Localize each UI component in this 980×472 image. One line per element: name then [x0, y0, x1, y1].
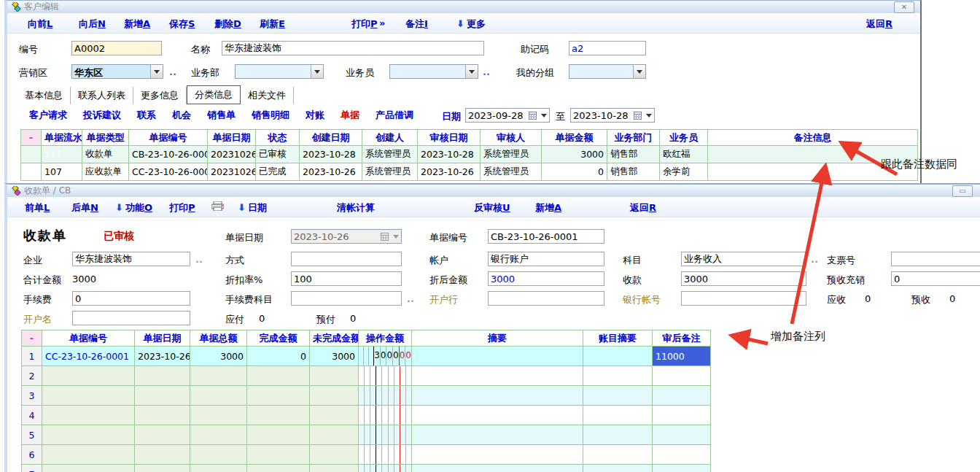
column-header[interactable]: 备注信息 [708, 130, 918, 146]
name-input[interactable] [222, 41, 484, 55]
grid-cell[interactable] [310, 366, 359, 386]
column-header[interactable]: - [22, 330, 42, 347]
grid-row[interactable]: 1CC-23-10-26-00012023-10-263000030003000… [22, 347, 711, 366]
unaudit-button[interactable]: 反审核U [474, 201, 510, 214]
table-cell[interactable]: 2023-10-28 [418, 146, 481, 163]
table-cell[interactable]: 应收款单 [82, 163, 129, 181]
table-cell[interactable]: 系统管理员 [481, 146, 542, 163]
row-number-cell[interactable]: 2 [22, 366, 42, 386]
grid-cell[interactable] [190, 465, 247, 472]
table-cell[interactable]: 收款单 [82, 146, 129, 163]
receive-input[interactable] [681, 271, 806, 286]
summary-cell[interactable] [412, 366, 583, 386]
advance-writeoff-input[interactable] [891, 271, 980, 286]
grid-cell[interactable] [190, 425, 247, 445]
doc-no-input[interactable] [488, 229, 604, 244]
grid-cell[interactable]: 3000 [190, 347, 247, 366]
link-销售明细[interactable]: 销售明细 [252, 109, 289, 122]
chevron-down-icon[interactable] [150, 65, 163, 78]
next-doc-button[interactable]: 后单N [71, 201, 98, 214]
chevron-down-icon[interactable] [644, 109, 654, 122]
my-group-combo[interactable] [569, 64, 646, 79]
column-header[interactable]: 审后备注 [653, 330, 711, 347]
grid-row[interactable]: 3 [22, 386, 711, 406]
tab-基本信息[interactable]: 基本信息 [18, 87, 71, 104]
summary-cell[interactable] [412, 445, 583, 465]
link-客户请求[interactable]: 客户请求 [29, 109, 67, 122]
audit-note-cell[interactable] [653, 406, 711, 425]
return-button[interactable]: 返回R [630, 201, 656, 214]
grid-cell[interactable] [42, 366, 135, 386]
column-header[interactable]: 单据类型 [82, 130, 129, 146]
audit-note-cell[interactable]: 11000 [653, 347, 711, 366]
tab-联系人列表[interactable]: 联系人列表 [71, 87, 133, 104]
table-cell[interactable]: 系统管理员 [481, 163, 542, 181]
audit-note-cell[interactable] [653, 465, 711, 472]
more-button[interactable]: ⬇更多 [456, 18, 486, 31]
table-row[interactable]: 107应收款单CC-23-10-26-000120231026已完成2023-1… [21, 163, 918, 181]
table-cell[interactable]: 2023-10-26 [418, 163, 481, 181]
table-cell[interactable]: 0 [542, 163, 607, 181]
table-cell[interactable]: 欧红福 [660, 146, 708, 163]
account-summary-cell[interactable] [583, 406, 653, 425]
note-button[interactable]: 备注I [405, 18, 428, 31]
grid-cell[interactable] [190, 406, 247, 425]
prev-doc-button[interactable]: 前单L [25, 201, 50, 214]
tab-更多信息[interactable]: 更多信息 [133, 87, 187, 104]
grid-cell[interactable] [310, 406, 359, 425]
column-header[interactable]: 单据编号 [129, 130, 208, 146]
row-selector-cell[interactable] [21, 146, 42, 163]
grid-cell[interactable] [135, 406, 190, 425]
printer-icon[interactable] [211, 201, 224, 213]
salesman-combo[interactable] [389, 64, 478, 79]
audit-note-cell[interactable] [653, 425, 711, 445]
column-header[interactable]: 审核日期 [418, 130, 481, 146]
salesman-picker-button[interactable]: .. [483, 66, 490, 77]
chevron-down-icon[interactable] [465, 65, 478, 78]
grid-cell[interactable] [310, 445, 359, 465]
grid-row[interactable]: 2 [22, 366, 711, 386]
grid-cell[interactable] [247, 386, 310, 406]
grid-cell[interactable] [135, 386, 190, 406]
chevron-down-icon[interactable] [311, 65, 323, 78]
table-row[interactable]: 111收款单CB-23-10-26-000120231026已审核2023-10… [21, 146, 918, 163]
table-cell[interactable]: 销售部 [607, 163, 660, 181]
grid-cell[interactable] [135, 445, 190, 465]
table-cell[interactable]: 系统管理员 [362, 163, 418, 181]
column-header[interactable]: 未完成金额 [310, 330, 359, 347]
table-cell[interactable]: 已审核 [256, 146, 300, 163]
audit-note-cell[interactable] [653, 386, 711, 406]
grid-cell[interactable] [42, 465, 135, 472]
column-header[interactable]: 创建人 [362, 130, 418, 146]
mnemonic-input[interactable] [569, 41, 646, 55]
grid-cell[interactable]: 2023-10-26 [135, 347, 190, 366]
summary-cell[interactable] [412, 425, 583, 445]
dept-combo[interactable] [235, 64, 324, 79]
code-input[interactable] [71, 41, 162, 55]
row-number-cell[interactable]: 1 [22, 347, 42, 366]
grid-cell[interactable] [247, 445, 310, 465]
table-cell[interactable]: CC-23-10-26-0001 [129, 163, 208, 181]
company-picker-button[interactable]: .. [195, 254, 203, 265]
link-单据[interactable]: 单据 [341, 109, 359, 122]
column-header[interactable]: 账目摘要 [583, 330, 653, 347]
table-cell[interactable]: 余学前 [660, 163, 708, 181]
grid-cell[interactable] [310, 386, 359, 406]
column-header[interactable]: - [21, 130, 42, 146]
grid-cell[interactable] [190, 445, 247, 465]
minimize-icon[interactable]: ▭ [952, 185, 973, 197]
new-button[interactable]: 新增A [124, 18, 150, 31]
column-header[interactable]: 创建日期 [300, 130, 362, 146]
column-header[interactable]: 业务部门 [607, 130, 660, 146]
row-number-cell[interactable]: 3 [22, 386, 42, 406]
grid-row[interactable]: 5 [22, 425, 711, 445]
fee-subject-picker-button[interactable]: .. [407, 293, 414, 304]
delete-button[interactable]: 删除D [214, 18, 241, 31]
table-cell[interactable]: 107 [42, 163, 82, 181]
account-summary-cell[interactable] [583, 366, 653, 386]
return-button[interactable]: 返回R [866, 18, 892, 31]
tab-相关文件[interactable]: 相关文件 [241, 87, 294, 104]
fee-subject-input[interactable] [291, 291, 402, 306]
detail-grid[interactable]: -单据编号单据日期单据总额完成金额未完成金额操作金额摘要账目摘要审后备注1CC-… [21, 330, 711, 472]
table-cell[interactable]: 3000 [542, 146, 607, 163]
